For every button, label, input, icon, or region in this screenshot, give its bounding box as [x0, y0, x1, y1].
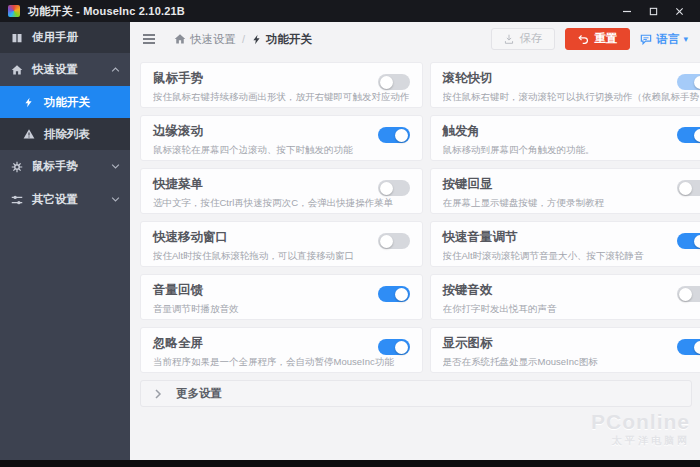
watermark: PConline 太平洋电脑网: [591, 410, 690, 448]
setting-description: 当前程序如果是一个全屏程序，会自动暂停MouseInc功能: [153, 356, 410, 369]
toggle-on[interactable]: [378, 127, 410, 143]
setting-title: 鼠标手势: [153, 70, 410, 87]
breadcrumb-item[interactable]: 功能开关: [251, 32, 312, 47]
reset-button[interactable]: 重置: [565, 28, 630, 50]
setting-title: 触发角: [443, 123, 700, 140]
caret-down-icon: ▾: [683, 34, 688, 44]
setting-card: 滚轮快切 按住鼠标右键时，滚动滚轮可以执行切换动作（依赖鼠标手势）: [430, 62, 700, 108]
toggle-on[interactable]: [677, 74, 700, 90]
sliders-icon: [10, 193, 23, 206]
hamburger-menu-icon[interactable]: [140, 31, 158, 47]
setting-description: 鼠标移动到屏幕四个角触发的功能。: [443, 144, 700, 157]
toggle-on[interactable]: [677, 127, 700, 143]
breadcrumb-item[interactable]: 快速设置: [174, 32, 236, 47]
setting-title: 音量回馈: [153, 282, 410, 299]
sidebar-item-book[interactable]: 使用手册: [0, 22, 130, 53]
bottom-strip: [0, 460, 700, 467]
setting-card: 快速移动窗口 按住Alt时按住鼠标滚轮拖动，可以直接移动窗口: [140, 221, 423, 267]
toggle-off[interactable]: [378, 233, 410, 249]
toggle-off[interactable]: [677, 180, 700, 196]
setting-description: 按住Alt时按住鼠标滚轮拖动，可以直接移动窗口: [153, 250, 410, 263]
book-icon: [10, 31, 23, 44]
setting-description: 音量调节时播放音效: [153, 303, 410, 316]
bolt-icon: [22, 96, 35, 109]
sidebar-item-label: 其它设置: [32, 192, 78, 207]
breadcrumb-separator: /: [242, 33, 245, 45]
setting-card: 显示图标 是否在系统托盘处显示MouseInc图标: [430, 327, 700, 373]
setting-title: 滚轮快切: [443, 70, 700, 87]
setting-card: 按键回显 在屏幕上显示键盘按键，方便录制教程: [430, 168, 700, 214]
chevron-right-icon: [154, 389, 162, 399]
language-button-label: 语言: [656, 32, 679, 47]
sidebar-item-bolt[interactable]: 功能开关: [0, 86, 130, 118]
save-button[interactable]: 保存: [491, 28, 555, 50]
breadcrumb: 快速设置/功能开关: [174, 32, 312, 47]
window-title: 功能开关 - MouseInc 2.10.21B: [28, 4, 185, 19]
sidebar-item-label: 鼠标手势: [32, 159, 78, 174]
reset-button-label: 重置: [594, 33, 617, 45]
setting-description: 按住鼠标右键持续移动画出形状，放开右键即可触发对应动作: [153, 91, 410, 104]
warning-icon: [22, 128, 35, 141]
chevron-down-icon: [111, 196, 120, 203]
app-logo-icon: [8, 5, 20, 17]
sidebar-item-label: 排除列表: [44, 127, 90, 142]
titlebar: 功能开关 - MouseInc 2.10.21B: [0, 0, 700, 22]
toggle-knob: [679, 288, 692, 301]
save-button-label: 保存: [519, 33, 542, 45]
setting-card: 音量回馈 音量调节时播放音效: [140, 274, 423, 320]
more-settings-row[interactable]: 更多设置: [140, 380, 692, 407]
toggle-knob: [395, 341, 408, 354]
toggle-knob: [380, 182, 393, 195]
main-header: 快速设置/功能开关 保存 重置 语言 ▾: [130, 22, 700, 56]
chevron-up-icon: [111, 66, 120, 73]
home-icon: [10, 63, 23, 76]
setting-card: 快速音量调节 按住Alt时滚动滚轮调节音量大小、按下滚轮静音: [430, 221, 700, 267]
toggle-on[interactable]: [677, 339, 700, 355]
toggle-knob: [395, 288, 408, 301]
setting-description: 选中文字，按住Ctrl再快速按两次C，会弹出快捷操作菜单: [153, 197, 410, 210]
setting-card: 快捷菜单 选中文字，按住Ctrl再快速按两次C，会弹出快捷操作菜单: [140, 168, 423, 214]
sidebar-item-sliders[interactable]: 其它设置: [0, 183, 130, 216]
language-button[interactable]: 语言 ▾: [640, 32, 688, 47]
toggle-on[interactable]: [677, 233, 700, 249]
breadcrumb-label: 快速设置: [190, 32, 236, 47]
watermark-line1: PConline: [591, 410, 690, 434]
setting-description: 按住Alt时滚动滚轮调节音量大小、按下滚轮静音: [443, 250, 700, 263]
toggle-knob: [679, 182, 692, 195]
toggle-on[interactable]: [378, 286, 410, 302]
maximize-icon[interactable]: [640, 0, 666, 22]
sidebar-item-label: 功能开关: [44, 95, 90, 110]
setting-description: 在你打字时发出悦耳的声音: [443, 303, 700, 316]
settings-grid: 鼠标手势 按住鼠标右键持续移动画出形状，放开右键即可触发对应动作 滚轮快切 按住…: [130, 56, 700, 373]
toggle-knob: [694, 76, 700, 89]
sidebar-item-warning[interactable]: 排除列表: [0, 118, 130, 150]
chevron-down-icon: [111, 163, 120, 170]
toggle-knob: [380, 76, 393, 89]
setting-title: 快捷菜单: [153, 176, 410, 193]
breadcrumb-label: 功能开关: [266, 32, 312, 47]
toggle-knob: [694, 341, 700, 354]
sidebar-item-home[interactable]: 快速设置: [0, 53, 130, 86]
toggle-off[interactable]: [378, 180, 410, 196]
toggle-off[interactable]: [378, 74, 410, 90]
setting-description: 鼠标滚轮在屏幕四个边滚动、按下时触发的功能: [153, 144, 410, 157]
setting-title: 按键音效: [443, 282, 700, 299]
save-icon: [504, 34, 514, 44]
setting-title: 快速移动窗口: [153, 229, 410, 246]
sidebar-item-label: 快速设置: [32, 62, 78, 77]
setting-title: 快速音量调节: [443, 229, 700, 246]
setting-title: 显示图标: [443, 335, 700, 352]
setting-description: 在屏幕上显示键盘按键，方便录制教程: [443, 197, 700, 210]
setting-card: 鼠标手势 按住鼠标右键持续移动画出形状，放开右键即可触发对应动作: [140, 62, 423, 108]
minimize-icon[interactable]: [614, 0, 640, 22]
gear-icon: [10, 160, 23, 173]
reset-icon: [578, 34, 589, 44]
close-icon[interactable]: [666, 0, 692, 22]
window-controls: [614, 0, 692, 22]
toggle-on[interactable]: [378, 339, 410, 355]
sidebar-item-gear[interactable]: 鼠标手势: [0, 150, 130, 183]
setting-card: 忽略全屏 当前程序如果是一个全屏程序，会自动暂停MouseInc功能: [140, 327, 423, 373]
header-actions: 保存 重置 语言 ▾: [491, 28, 688, 50]
setting-card: 触发角 鼠标移动到屏幕四个角触发的功能。: [430, 115, 700, 161]
toggle-off[interactable]: [677, 286, 700, 302]
